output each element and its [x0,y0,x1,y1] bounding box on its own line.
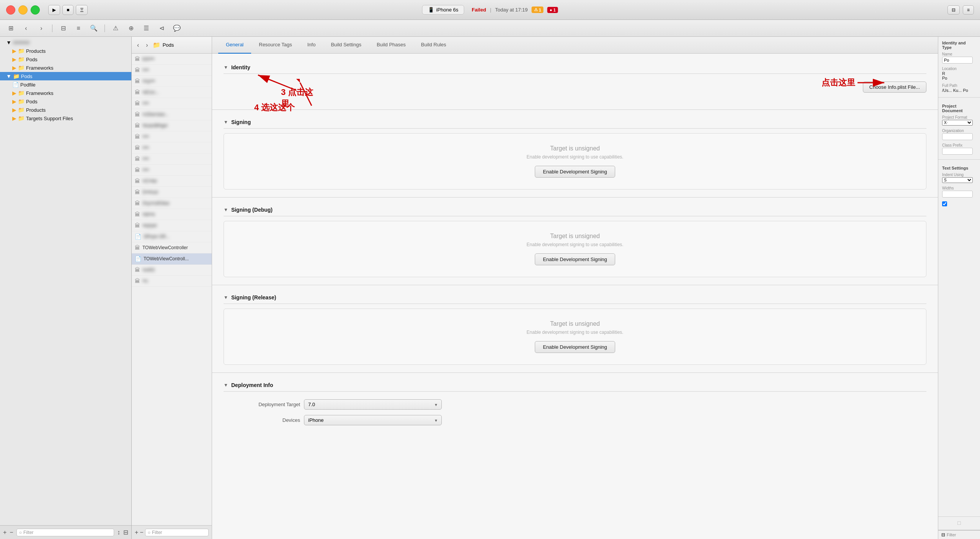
enable-debug-signing-button[interactable]: Enable Development Signing [535,253,615,265]
right-class-prefix-input[interactable] [942,148,973,155]
middle-filter-box[interactable]: ○ Filter [145,529,209,536]
right-filter-button[interactable]: ⊟ [941,532,945,537]
diff-button[interactable]: ⊕ [125,23,137,34]
warning-badge[interactable]: ⚠ 1 [532,7,544,13]
error-icon: ● [550,8,552,12]
tree-item-pods-sub[interactable]: ▶ 📁 Pods [0,97,131,106]
list-item[interactable]: 🏛 •••• [132,131,212,142]
identity-section-header[interactable]: ▼ Identity [224,61,926,74]
list-item-text: S•yc•rollView [142,201,169,206]
tab-general[interactable]: General [218,37,251,54]
branch-button[interactable]: ⊲ [155,23,168,34]
tree-item-frameworks-top[interactable]: ▶ 📁 Frameworks [0,64,131,72]
right-org-input[interactable] [942,133,973,140]
list-item[interactable]: 🏛 •••• [132,154,212,165]
close-button[interactable] [6,5,15,15]
remove-button[interactable]: − [10,529,13,536]
nav-back-button[interactable]: ‹ [20,23,32,34]
list-item[interactable]: 🏛 ksh••• [132,54,212,65]
signing-unsigned-title: Target is unsigned [235,145,915,152]
right-divider-1 [938,97,980,98]
nav-forward-button[interactable]: › [35,23,47,34]
list-item-towebviewcontroll-selected[interactable]: 📄 TOWebViewControll... [132,253,212,265]
inspector-toggle-button[interactable]: ≡ [963,5,974,15]
middle-forward-button[interactable]: › [144,41,150,49]
list-item[interactable]: 🏛 •my••• [132,76,212,87]
hierarchy-button[interactable]: ⊟ [57,23,69,34]
enable-release-signing-button[interactable]: Enable Development Signing [535,341,615,353]
scheme-button[interactable]: Ξ [76,5,88,15]
list-button[interactable]: ☰ [140,23,152,34]
tree-item-pods-top[interactable]: ▶ 📁 Pods [0,55,131,64]
list-item[interactable]: 🏛 •boardM•ger [132,120,212,131]
signing-debug-header[interactable]: ▼ Signing (Debug) [224,204,926,216]
search-button[interactable]: 🔍 [88,23,100,34]
tab-info[interactable]: Info [300,37,323,54]
list-item[interactable]: 🏛 •onKit [132,265,212,276]
sidebar-toggle-button[interactable]: ⊟ [947,5,960,15]
right-wrap-checkbox[interactable] [942,201,947,206]
signing-section-header[interactable]: ▼ Signing [224,116,926,129]
tree-item-label: Targets Support Files [26,116,73,121]
maximize-button[interactable] [31,5,40,15]
deployment-header[interactable]: ▼ Deployment Info [224,379,926,392]
right-wrap-label[interactable] [942,201,976,206]
alert-button[interactable]: ⚠ [109,23,122,34]
add-button[interactable]: + [3,529,7,536]
list-item[interactable]: 🏛 •••• [132,165,212,176]
tree-item-products-top[interactable]: ▶ 📁 Products [0,47,131,55]
tab-build-settings[interactable]: Build Settings [323,37,369,54]
list-item[interactable]: 🏛 •eq•yer [132,220,212,231]
right-indent-label: Indent Using [942,173,976,177]
device-selector[interactable]: 📱 iPhone 6s [422,5,464,15]
tab-build-rules[interactable]: Build Rules [413,37,454,54]
list-item[interactable]: 🏛 •rC••ler [132,176,212,187]
folder-icon-6: ▶ [12,107,16,113]
stop-button[interactable]: ■ [62,5,74,15]
right-location-sub: Po [942,76,976,80]
navigator-button[interactable]: ≡ [72,23,85,34]
tree-item-podfile[interactable]: 📄 Podfile [0,80,131,89]
list-item[interactable]: 📄 SR•yer-SR... [132,231,212,242]
right-widths-label: Widths [942,186,976,190]
tab-build-phases[interactable]: Build Phases [369,37,413,54]
deployment-target-select[interactable]: 7.0 [304,399,442,410]
tree-item-targets-support[interactable]: ▶ 📁 Targets Support Files [0,114,131,122]
middle-back-button[interactable]: ‹ [135,41,141,49]
choose-plist-button[interactable]: Choose Info.plist File... [863,82,926,93]
right-indent-select[interactable]: S [942,177,973,183]
list-item[interactable]: 🏛 •nShe•cker... [132,109,212,120]
list-item-towebviewcontroller[interactable]: 🏛 TOWebViewController [132,242,212,253]
comment-button[interactable]: 💬 [171,23,183,34]
list-item[interactable]: 🏛 •dCon... [132,87,212,98]
middle-remove-button[interactable]: − [140,529,143,536]
list-item[interactable]: 🏛 •eb••e [132,209,212,220]
list-item[interactable]: 🏛 •••• [132,65,212,76]
list-item-icon: 🏛 [135,245,140,251]
minimize-button[interactable] [18,5,28,15]
list-item[interactable]: 🏛 •••• [132,142,212,154]
tree-item-frameworks[interactable]: ▶ 📁 Frameworks [0,89,131,97]
right-name-input[interactable] [942,57,973,64]
list-item[interactable]: 🏛 S••t•out [132,187,212,198]
tree-item-products-sub[interactable]: ▶ 📁 Products [0,106,131,114]
list-item[interactable]: 🏛 S•yc•rollView [132,198,212,209]
options-button[interactable]: ⊟ [123,529,128,536]
tree-item-pods-selected[interactable]: ▼ 📁 Pods [0,72,131,80]
list-item[interactable]: 🏛 •••• [132,98,212,109]
error-badge[interactable]: ● 1 [547,7,558,13]
signing-release-header[interactable]: ▼ Signing (Release) [224,291,926,304]
right-widths-input[interactable] [942,191,973,198]
list-item-icon: 🏛 [135,134,140,140]
build-status: Failed [472,7,486,13]
devices-select[interactable]: iPhone [304,415,442,425]
right-format-select[interactable]: X· [942,120,973,126]
grid-view-button[interactable]: ⊞ [5,23,17,34]
sort-button[interactable]: ↕ [117,529,120,536]
list-item[interactable]: 🏛 ••c [132,276,212,287]
enable-signing-button[interactable]: Enable Development Signing [535,166,615,178]
middle-add-button[interactable]: + [135,529,138,536]
tab-resource-tags[interactable]: Resource Tags [251,37,299,54]
play-button[interactable]: ▶ [48,5,60,15]
tree-item-root[interactable]: ▼ ■■■■■■ [0,38,131,47]
